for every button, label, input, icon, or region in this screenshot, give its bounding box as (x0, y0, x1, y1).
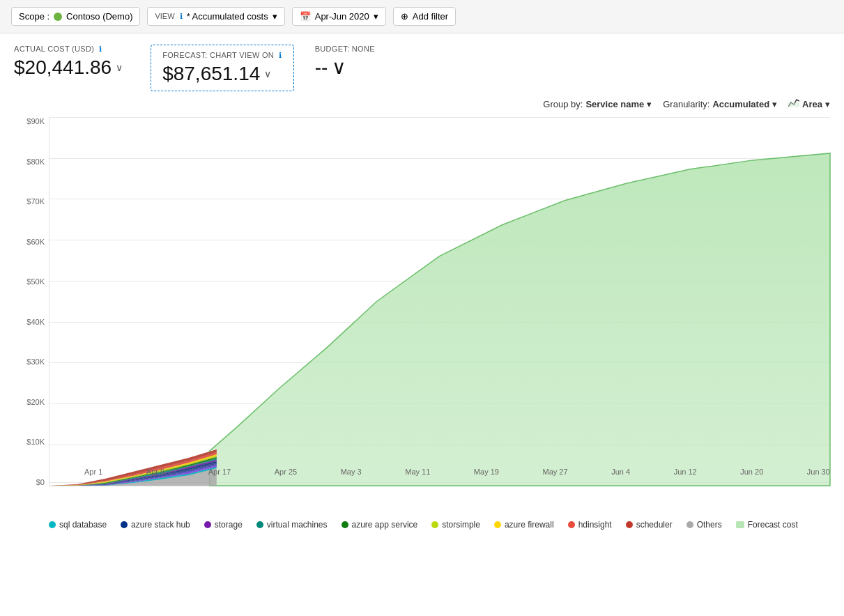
x-label-jun30: Jun 30 (807, 468, 830, 476)
scope-button[interactable]: Scope : Contoso (Demo) (11, 7, 140, 26)
x-axis: Apr 1 Apr 9 Apr 17 Apr 25 May 3 May 11 M… (84, 465, 830, 486)
legend-label-storage: storage (215, 520, 243, 530)
forecast-chevron-icon: ∨ (264, 68, 271, 79)
actual-cost-label: ACTUAL COST (USD) ℹ (14, 45, 123, 54)
chart-type-button[interactable]: Area ▾ (788, 98, 830, 110)
legend-item-azure-stack: azure stack hub (121, 520, 190, 530)
x-label-apr17: Apr 17 (208, 468, 231, 476)
legend-dot-azure-stack (121, 521, 128, 528)
y-label-30k: $30K (26, 357, 45, 366)
y-label-80k: $80K (26, 157, 45, 166)
group-by-label: Group by: (543, 99, 583, 109)
chart-container: $90K $80K $70K $60K $50K $40K $30K $20K … (14, 117, 830, 507)
legend-dot-storage (204, 521, 211, 528)
actual-chevron-icon: ∨ (116, 62, 123, 73)
filter-icon: ⊕ (401, 11, 408, 22)
chart-svg (49, 117, 830, 486)
legend-dot-azure-firewall (494, 521, 501, 528)
scope-label: Scope : (19, 11, 49, 22)
legend-label-scheduler: scheduler (636, 520, 673, 530)
legend-dot-azure-app (342, 521, 348, 528)
legend-dot-others (686, 521, 693, 528)
legend-label-storsimple: storsimple (442, 520, 480, 530)
chart-controls: Group by: Service name ▾ Granularity: Ac… (0, 91, 844, 110)
view-value: * Accumulated costs (187, 11, 268, 22)
legend-label-azure-stack: azure stack hub (131, 520, 190, 530)
legend-item-vms: virtual machines (256, 520, 328, 530)
y-label-50k: $50K (26, 277, 45, 286)
y-label-10k: $10K (26, 438, 45, 446)
calendar-icon: 📅 (300, 11, 311, 22)
forecast-value: $87,651.14 ∨ (162, 63, 282, 85)
scope-value: Contoso (Demo) (66, 11, 132, 22)
chart-type-value: Area (802, 99, 822, 109)
date-value: Apr-Jun 2020 (315, 11, 369, 22)
x-label-jun20: Jun 20 (740, 468, 763, 476)
metrics-row: ACTUAL COST (USD) ℹ $20,441.86 ∨ FORECAS… (0, 33, 844, 91)
view-label: VIEW ℹ (155, 12, 182, 21)
legend-label-hdinsight: hdinsight (578, 520, 612, 530)
legend-label-vms: virtual machines (267, 520, 328, 530)
forecast-area (210, 153, 830, 486)
legend: sql database azure stack hub storage vir… (0, 514, 844, 537)
x-label-apr9: Apr 9 (146, 468, 164, 476)
legend-dot-forecast (736, 521, 744, 528)
legend-item-azure-firewall: azure firewall (494, 520, 554, 530)
legend-item-scheduler: scheduler (626, 520, 673, 530)
forecast-box: FORECAST: CHART VIEW ON ℹ $87,651.14 ∨ (151, 45, 294, 91)
filter-label: Add filter (413, 11, 448, 22)
add-filter-button[interactable]: ⊕ Add filter (393, 7, 456, 26)
legend-item-sql: sql database (49, 520, 107, 530)
legend-dot-sql (49, 521, 56, 528)
granularity-label: Granularity: (663, 99, 709, 109)
x-label-may19: May 19 (474, 468, 499, 476)
y-label-40k: $40K (26, 318, 45, 326)
svg-rect-0 (788, 102, 799, 107)
view-chevron-icon: ▾ (273, 11, 277, 22)
legend-dot-scheduler (626, 521, 633, 528)
top-bar: Scope : Contoso (Demo) VIEW ℹ * Accumula… (0, 0, 844, 33)
budget-box: BUDGET: NONE -- ∨ (294, 45, 375, 79)
legend-dot-hdinsight (568, 521, 575, 528)
group-by-chevron-icon: ▾ (647, 99, 652, 109)
budget-chevron-icon: ∨ (332, 56, 346, 79)
x-label-may11: May 11 (405, 468, 430, 476)
x-label-jun12: Jun 12 (674, 468, 697, 476)
legend-label-sql: sql database (59, 520, 107, 530)
x-label-jun4: Jun 4 (611, 468, 630, 476)
legend-label-azure-firewall: azure firewall (505, 520, 554, 530)
actual-cost-value: $20,441.86 ∨ (14, 56, 123, 79)
budget-label: BUDGET: NONE (315, 45, 375, 53)
y-label-0: $0 (36, 478, 45, 486)
granularity-value: Accumulated (712, 99, 769, 109)
budget-value: -- ∨ (315, 56, 375, 79)
legend-label-azure-app: azure app service (352, 520, 418, 530)
legend-dot-storsimple (431, 521, 438, 528)
legend-item-storsimple: storsimple (431, 520, 480, 530)
chart-area: $90K $80K $70K $60K $50K $40K $30K $20K … (0, 110, 844, 514)
view-button[interactable]: VIEW ℹ * Accumulated costs ▾ (147, 7, 284, 26)
chart-plot: Apr 1 Apr 9 Apr 17 Apr 25 May 3 May 11 M… (49, 117, 830, 486)
legend-item-forecast: Forecast cost (736, 520, 798, 530)
legend-item-storage: storage (204, 520, 243, 530)
x-label-may3: May 3 (341, 468, 362, 476)
group-by-button[interactable]: Group by: Service name ▾ (543, 99, 652, 109)
scope-dot (54, 13, 62, 21)
legend-item-azure-app: azure app service (342, 520, 418, 530)
chart-type-chevron-icon: ▾ (825, 99, 830, 109)
x-label-apr25: Apr 25 (275, 468, 297, 476)
y-axis: $90K $80K $70K $60K $50K $40K $30K $20K … (14, 117, 49, 486)
granularity-button[interactable]: Granularity: Accumulated ▾ (663, 99, 777, 109)
legend-label-forecast: Forecast cost (748, 520, 798, 530)
granularity-chevron-icon: ▾ (772, 99, 777, 109)
legend-dot-vms (256, 521, 263, 528)
x-label-may27: May 27 (543, 468, 568, 476)
chart-type-icon (788, 98, 799, 110)
actual-cost-box: ACTUAL COST (USD) ℹ $20,441.86 ∨ (14, 45, 144, 79)
y-label-90k: $90K (26, 117, 45, 125)
date-chevron-icon: ▾ (374, 11, 378, 22)
forecast-label: FORECAST: CHART VIEW ON ℹ (162, 51, 282, 60)
date-button[interactable]: 📅 Apr-Jun 2020 ▾ (292, 7, 386, 26)
group-by-value: Service name (585, 99, 644, 109)
legend-label-others: Others (697, 520, 722, 530)
